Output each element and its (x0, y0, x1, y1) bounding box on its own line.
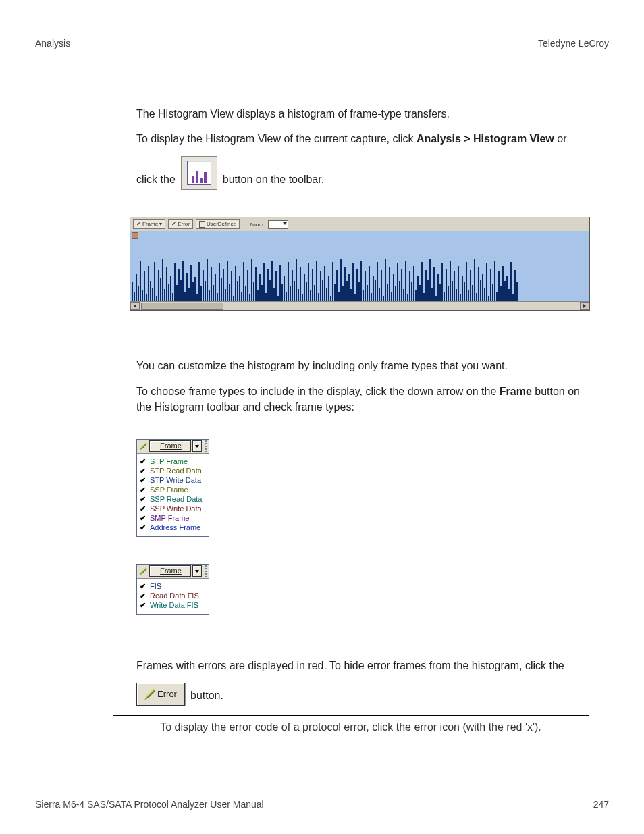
paragraph-intro: The Histogram View displays a histogram … (136, 106, 597, 122)
menu-item-label: STP Frame (150, 457, 188, 466)
histogram-icon (187, 161, 211, 185)
check-icon: ✔ (138, 494, 146, 504)
menu-item[interactable]: ✔Read Data FIS (138, 591, 206, 600)
histogram-view-screenshot: ✔Frame▾ ✔Error UserDefined Zoom (130, 217, 590, 311)
inline-row-button: click the button on the toolbar. (136, 156, 597, 190)
header-left: Analysis (35, 38, 70, 49)
check-icon: ✔ (138, 581, 146, 591)
scroll-right-arrow[interactable] (580, 302, 589, 310)
menu-item-label: SMP Frame (150, 513, 189, 523)
check-icon: ✔ (138, 457, 146, 466)
toolbar-grip-icon (205, 565, 207, 577)
menu-header: Frame (137, 440, 209, 454)
menu-header: Frame (137, 565, 209, 579)
footer-page-number: 247 (593, 799, 609, 810)
text: or (554, 133, 567, 145)
histogram-toolbar-button[interactable] (181, 156, 217, 190)
frame-button[interactable]: Frame (149, 565, 191, 577)
page-footer: Sierra M6-4 SAS/SATA Protocol Analyzer U… (35, 799, 609, 810)
menu-item-label: SSP Read Data (150, 494, 202, 504)
label: UserDefined (207, 220, 236, 228)
frame-dropdown-arrow[interactable] (192, 440, 202, 452)
text: To display the Histogram View of the cur… (136, 133, 417, 145)
toolbar-error-button[interactable]: ✔Error (168, 219, 193, 229)
frame-types-menu-sas: Frame ✔STP Frame✔STP Read Data✔STP Write… (136, 439, 209, 537)
menu-item[interactable]: ✔Write Data FIS (138, 600, 206, 610)
note-band: To display the error code of a protocol … (113, 715, 589, 739)
text: To choose frame types to include in the … (136, 386, 500, 397)
text: button. (190, 689, 223, 706)
menu-item-label: Write Data FIS (150, 600, 198, 610)
scroll-left-arrow[interactable] (130, 302, 140, 310)
inline-row-error-button: Error button. (136, 683, 597, 706)
footer-title: Sierra M6-4 SAS/SATA Protocol Analyzer U… (35, 799, 264, 810)
frame-types-menu-sata: Frame ✔FIS✔Read Data FIS✔Write Data FIS (136, 564, 209, 615)
toolbar-frame-button[interactable]: ✔Frame▾ (133, 219, 165, 229)
check-icon: ✔ (138, 591, 146, 600)
check-icon: ✔ (138, 485, 146, 494)
menu-item[interactable]: ✔SSP Frame (138, 485, 206, 494)
check-icon: ✔ (138, 513, 146, 523)
header-right: Teledyne LeCroy (538, 38, 609, 49)
toolbar-grip-icon (205, 440, 207, 452)
check-icon: ✔ (138, 504, 146, 513)
body-content: The Histogram View displays a histogram … (136, 106, 597, 706)
menu-item[interactable]: ✔STP Read Data (138, 466, 206, 475)
zoom-label: Zoom (249, 221, 263, 229)
paragraph-errors: Frames with errors are displayed in red.… (136, 658, 597, 673)
menu-path: Analysis > Histogram View (417, 133, 554, 145)
menu-item[interactable]: ✔SSP Write Data (138, 504, 206, 513)
histogram-toolbar: ✔Frame▾ ✔Error UserDefined Zoom (130, 217, 589, 231)
marker-strip (130, 231, 589, 240)
pencil-icon (144, 689, 155, 700)
label: Frame (142, 220, 158, 228)
paragraph-choose-types: To choose frame types to include in the … (136, 384, 597, 415)
menu-item-label: STP Read Data (150, 466, 202, 475)
menu-item[interactable]: ✔Address Frame (138, 523, 206, 532)
menu-item[interactable]: ✔FIS (138, 581, 206, 591)
check-icon: ✔ (138, 475, 146, 485)
menu-item-label: Read Data FIS (150, 591, 199, 600)
error-button[interactable]: Error (136, 683, 185, 706)
frame-button[interactable]: Frame (149, 440, 191, 452)
frame-dropdown-arrow[interactable] (192, 565, 202, 577)
label: Error (178, 220, 190, 228)
menu-list: ✔FIS✔Read Data FIS✔Write Data FIS (137, 579, 209, 614)
menu-item-label: SSP Frame (150, 485, 188, 494)
paragraph-customize: You can customize the histogram by inclu… (136, 358, 597, 373)
page-header: Analysis Teledyne LeCroy (35, 38, 609, 53)
horizontal-scrollbar[interactable] (130, 301, 589, 310)
menu-item[interactable]: ✔SMP Frame (138, 513, 206, 523)
check-icon: ✔ (138, 600, 146, 610)
toolbar-userdefined-button[interactable]: UserDefined (196, 219, 240, 229)
menu-list: ✔STP Frame✔STP Read Data✔STP Write Data✔… (137, 454, 209, 536)
paragraph-howto-open: To display the Histogram View of the cur… (136, 131, 597, 147)
scroll-thumb[interactable] (141, 303, 223, 310)
menu-item-label: Address Frame (150, 523, 200, 532)
menu-item-label: SSP Write Data (150, 504, 202, 513)
frame-bold: Frame (500, 386, 532, 397)
menu-item-label: FIS (150, 581, 161, 591)
histogram-bars (130, 240, 589, 301)
text: click the (136, 173, 176, 190)
check-icon: ✔ (138, 523, 146, 532)
zoom-select[interactable] (268, 220, 288, 229)
menu-item[interactable]: ✔SSP Read Data (138, 494, 206, 504)
error-button-label: Error (157, 688, 177, 701)
pencil-icon (138, 567, 148, 576)
menu-item[interactable]: ✔STP Write Data (138, 475, 206, 485)
check-icon: ✔ (138, 466, 146, 475)
menu-item-label: STP Write Data (150, 475, 201, 485)
text: button on the toolbar. (223, 173, 324, 190)
pencil-icon (138, 442, 148, 451)
menu-item[interactable]: ✔STP Frame (138, 457, 206, 466)
